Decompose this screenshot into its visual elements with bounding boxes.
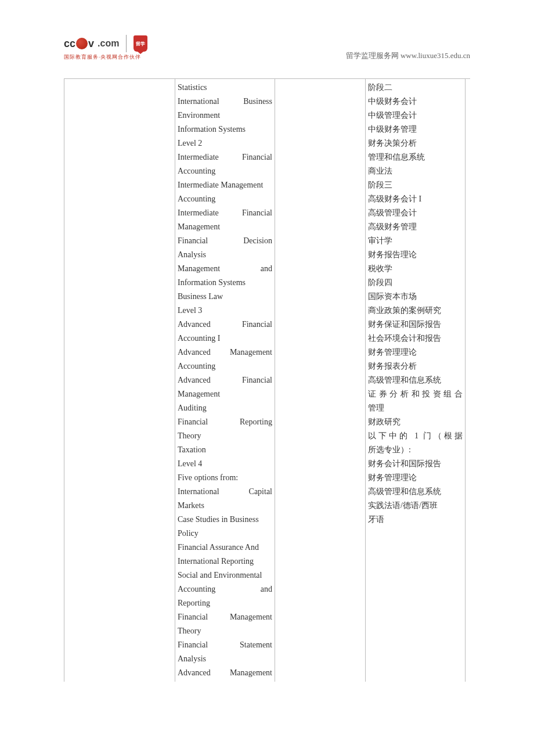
table-cell-line: Environment [178,109,272,123]
table-cell-line: Intermediate Financial [178,150,272,164]
header-site-info: 留学监理服务网 www.liuxue315.edu.cn [346,51,470,61]
table-cell-line: 审计学 [368,234,463,248]
document-page: cc v .com 留学 国际教育服务·央视网合作伙伴 留学监理服务网 www.… [0,0,534,705]
globe-icon [76,38,88,49]
table-cell-line: 所选专业）: [368,443,463,457]
table-cell-line: Theory [178,429,272,443]
table-cell-line: 财务管理理论 [368,345,463,359]
table-cell-line: Financial Assurance And [178,541,272,555]
table-cell-line: Taxation [178,443,272,457]
table-cell-line: Accounting I [178,332,272,345]
table-cell-line: Accounting [178,359,272,373]
table-cell-line: Level 4 [178,457,272,471]
table-cell-line: Accounting [178,164,272,178]
table-cell-line: 以下中的 1 门（根据 [368,429,463,443]
table-cell-line: Advanced Management [178,666,272,680]
table-cell-line: 社会环境会计和报告 [368,332,463,345]
table-cell-line: 高级管理和信息系统 [368,373,463,387]
logo-block: cc v .com 留学 国际教育服务·央视网合作伙伴 [64,35,147,61]
table-cell-line: Accounting [178,192,272,206]
table-cell-line: 阶段二 [368,81,463,95]
table-cell-line: 高级财务管理 [368,220,463,234]
table-cell-line: Intermediate Financial [178,206,272,220]
table-cell-line: Business Law [178,290,272,304]
table-col-1 [64,79,175,682]
table-cell-line: Statistics [178,81,272,95]
table-cell-line: 国际资本市场 [368,290,463,304]
content-table: StatisticsInternational BusinessEnvironm… [64,78,470,682]
table-cell-line: 高级管理和信息系统 [368,485,463,499]
table-cell-line: Accounting and [178,582,272,596]
site-url: www.liuxue315.edu.cn [400,51,470,60]
table-cell-line: Advanced Financial [178,318,272,332]
table-cell-line: Intermediate Management [178,178,272,192]
table-cell-line: 财务报表分析 [368,359,463,373]
table-cell-line: 商业政策的案例研究 [368,304,463,318]
logo-text-cc: cc [64,38,75,50]
cctv-logo: cc v [64,38,94,50]
table-cell-line: Analysis [178,248,272,262]
table-cell-line: Level 2 [178,136,272,150]
table-cell-line: 税收学 [368,262,463,276]
table-cell-line: Level 3 [178,304,272,318]
table-cell-line: International Business [178,95,272,109]
table-cell-line: 中级财务会计 [368,95,463,109]
table-cell-line: International Capital [178,485,272,499]
table-col-2-english: StatisticsInternational BusinessEnvironm… [175,79,275,682]
table-cell-line: 商业法 [368,164,463,178]
table-cell-line: 实践法语/德语/西班 [368,499,463,513]
table-cell-line: 管理和信息系统 [368,150,463,164]
table-col-3 [275,79,366,682]
table-cell-line: Management [178,220,272,234]
table-cell-line: Markets [178,499,272,513]
table-cell-line: Management and [178,262,272,276]
table-cell-line: Advanced Management [178,345,272,359]
table-cell-line: Policy [178,527,272,541]
table-cell-line: 阶段三 [368,178,463,192]
table-cell-line: 阶段四 [368,276,463,290]
table-cell-line: Management [178,387,272,401]
table-cell-line: 财务保证和国际报告 [368,318,463,332]
table-cell-line: 财务决策分析 [368,136,463,150]
table-cell-line: 牙语 [368,513,463,527]
table-cell-line: Financial Statement [178,638,272,652]
table-cell-line: Analysis [178,652,272,666]
site-label: 留学监理服务网 [346,51,399,60]
table-col-4-chinese: 阶段二中级财务会计中级管理会计中级财务管理财务决策分析管理和信息系统商业法阶段三… [366,79,466,682]
table-cell-line: Financial Reporting [178,415,272,429]
table-cell-line: Advanced Financial [178,373,272,387]
table-cell-line: Financial Decision [178,234,272,248]
table-cell-line: International Reporting [178,555,272,568]
logo-tagline: 国际教育服务·央视网合作伙伴 [64,53,147,61]
table-cell-line: 财政研究 [368,415,463,429]
table-cell-line: 高级管理会计 [368,206,463,220]
page-header: cc v .com 留学 国际教育服务·央视网合作伙伴 留学监理服务网 www.… [64,35,470,61]
table-cell-line: Social and Environmental [178,568,272,582]
table-cell-line: 财务管理理论 [368,471,463,485]
table-cell-line: 中级财务管理 [368,123,463,136]
table-cell-line: Information Systems [178,123,272,136]
table-cell-line: 中级管理会计 [368,109,463,123]
table-cell-line: Financial Management [178,610,272,624]
shield-icon: 留学 [134,35,147,52]
table-cell-line: Information Systems [178,276,272,290]
logo-com-text: .com [98,38,119,49]
table-cell-line: 财务报告理论 [368,248,463,262]
table-cell-line: 高级财务会计 I [368,192,463,206]
table-cell-line: 证券分析和投资组合 [368,387,463,401]
table-cell-line: Five options from: [178,471,272,485]
table-cell-line: 财务会计和国际报告 [368,457,463,471]
table-cell-line: Reporting [178,596,272,610]
table-cell-line: Case Studies in Business [178,513,272,527]
logo-text-v: v [88,38,94,50]
table-cell-line: Theory [178,624,272,638]
table-cell-line: Auditing [178,401,272,415]
shield-text: 留学 [136,41,145,47]
logo-divider [126,35,127,52]
table-cell-line: 管理 [368,401,463,415]
